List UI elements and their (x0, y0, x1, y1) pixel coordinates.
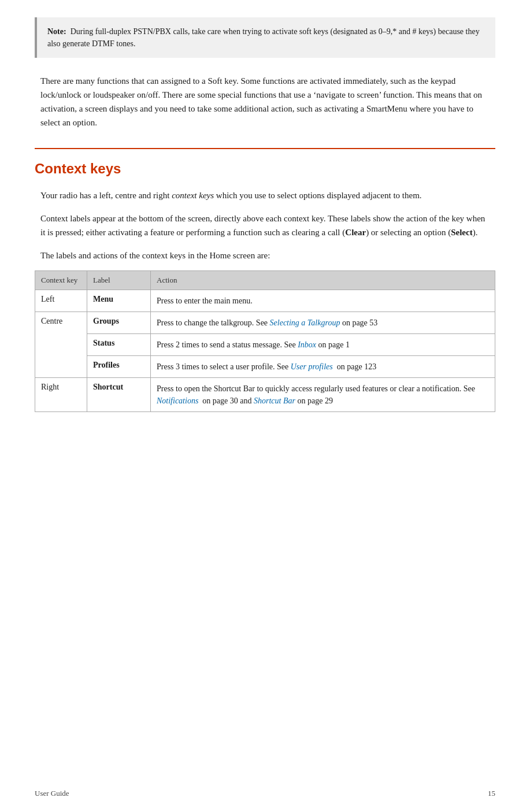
page-footer: User Guide 15 (35, 789, 495, 798)
row-right-shortcut-label: Shortcut (87, 378, 151, 412)
context-keys-table: Context key Label Action Left Menu Press… (35, 270, 495, 412)
section-para2-end: ). (473, 228, 478, 237)
section-para1: Your radio has a left, centre and right … (35, 188, 495, 202)
link-selecting-talkgroup[interactable]: Selecting a Talkgroup (270, 318, 340, 327)
link-shortcut-bar[interactable]: Shortcut Bar (254, 396, 295, 405)
note-label: Note: (47, 27, 66, 36)
row-centre-profiles-label: Profiles (87, 356, 151, 378)
row-centre-groups-label: Groups (87, 312, 151, 334)
row-right-key: Right (35, 378, 87, 412)
section-para1-italic: context keys (172, 191, 214, 200)
col-header-context-key: Context key (35, 271, 87, 290)
note-body: During full-duplex PSTN/PBX calls, take … (47, 27, 480, 48)
link-notifications[interactable]: Notifications (157, 396, 198, 405)
table-row-centre-status: Status Press 2 times to send a status me… (35, 334, 495, 356)
page-container: Note: During full-duplex PSTN/PBX calls,… (0, 0, 530, 812)
row-centre-key: Centre (35, 312, 87, 378)
row-centre-profiles-action: Press 3 times to select a user profile. … (151, 356, 495, 378)
row-centre-status-label: Status (87, 334, 151, 356)
row-left-key: Left (35, 290, 87, 312)
link-user-profiles[interactable]: User profiles (291, 362, 333, 371)
col-header-label: Label (87, 271, 151, 290)
section-para2-mid: ) or selecting an option ( (366, 228, 451, 237)
section-para2-bold2: Select (451, 228, 472, 237)
section-para2: Context labels appear at the bottom of t… (35, 212, 495, 239)
footer-right: 15 (488, 789, 495, 798)
note-box: Note: During full-duplex PSTN/PBX calls,… (35, 17, 495, 58)
section-para2-bold1: Clear (345, 228, 366, 237)
col-header-action: Action (151, 271, 495, 290)
table-row-right-shortcut: Right Shortcut Press to open the Shortcu… (35, 378, 495, 412)
footer-left: User Guide (35, 789, 69, 798)
table-row-centre-profiles: Profiles Press 3 times to select a user … (35, 356, 495, 378)
table-header-row: Context key Label Action (35, 271, 495, 290)
row-right-shortcut-action: Press to open the Shortcut Bar to quickl… (151, 378, 495, 412)
body-paragraph: There are many functions that can assign… (35, 74, 495, 129)
section-para1-end: which you use to select options displaye… (214, 191, 422, 200)
row-centre-status-action: Press 2 times to send a status message. … (151, 334, 495, 356)
table-row-left-menu: Left Menu Press to enter the main menu. (35, 290, 495, 312)
section-para1-start: Your radio has a left, centre and right (40, 191, 172, 200)
section-divider (35, 148, 495, 149)
row-left-label: Menu (87, 290, 151, 312)
table-row-centre-groups: Centre Groups Press to change the talkgr… (35, 312, 495, 334)
table-intro: The labels and actions of the context ke… (35, 249, 495, 262)
link-inbox[interactable]: Inbox (298, 340, 316, 349)
row-left-action: Press to enter the main menu. (151, 290, 495, 312)
section-heading: Context keys (35, 161, 495, 177)
note-text: Note: During full-duplex PSTN/PBX calls,… (47, 25, 485, 50)
row-centre-groups-action: Press to change the talkgroup. See Selec… (151, 312, 495, 334)
